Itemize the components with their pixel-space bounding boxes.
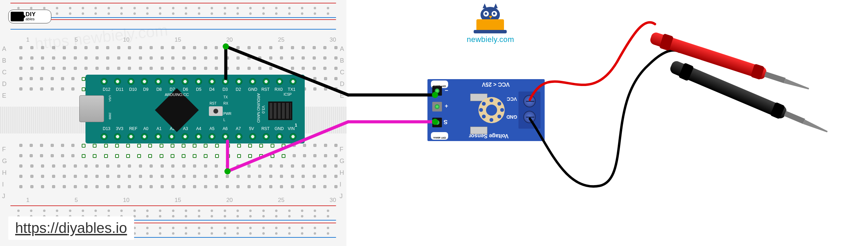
bb-row-letters-left-top: ABCDE xyxy=(2,45,7,99)
sensor-label-plus: + xyxy=(445,103,448,109)
nano-text-arduinocc: ARDUINO.CC xyxy=(165,93,189,97)
bb-col-numbers-bot: 151015202530 xyxy=(26,197,336,204)
svg-marker-13 xyxy=(803,119,828,134)
nano-text-rst: RST xyxy=(210,101,216,105)
sensor-gnd-screw xyxy=(523,111,536,123)
nano-text-one: 1 xyxy=(295,123,297,128)
nano-text-rx: RX xyxy=(223,101,228,105)
sensor-term-vcc-label: VCC xyxy=(507,96,517,102)
black-test-probe xyxy=(665,41,868,151)
newbiely-text: newbiely.com xyxy=(467,35,513,44)
sensor-screw-terminals xyxy=(518,92,541,129)
bb-row-letters-right-bot: FGHIJ xyxy=(340,146,344,200)
sensor-pin-minus xyxy=(432,86,442,96)
arduino-nano: for(let i=0;i<15;i++)document.write('<sp… xyxy=(85,75,305,143)
nano-text-tx: TX xyxy=(223,95,228,99)
sensor-pin-column xyxy=(432,86,453,134)
sensor-vcc-screw xyxy=(523,95,536,107)
power-rail-top-inner xyxy=(3,19,343,30)
bb-grid-bot: for(let r=0;r<5;r++){document.write('<di… xyxy=(19,144,337,194)
nano-labels-top: D12D11D10D9D8D7D6D5D4D3D2GNDRSTRX0TX1 xyxy=(103,87,295,92)
newbiely-logo: newbiely.com xyxy=(467,7,513,44)
nano-icsp-header xyxy=(268,101,292,120)
sensor-title-top: VCC < 25V xyxy=(482,81,509,87)
nano-pin-row-top: for(let i=0;i<15;i++)document.write('<sp… xyxy=(101,78,296,85)
nano-text-icsp: ICSP xyxy=(284,93,292,96)
sensor-pin-plus xyxy=(432,102,442,111)
nano-reset-button xyxy=(209,106,223,116)
diyables-badge: DIY ables xyxy=(8,10,51,23)
sensor-label-minus: − xyxy=(445,87,448,94)
sensor-pin-s xyxy=(432,118,442,127)
nano-text-l: L xyxy=(223,118,225,122)
nano-text-v3: V3.0 xyxy=(261,106,265,114)
owl-icon xyxy=(476,7,504,31)
nano-text-name: ARDUINO NANO xyxy=(256,93,261,123)
nano-labels-bot: D133V3REFA0A1A2A3A4A5A6A75VRSTGNDVIN xyxy=(103,126,295,131)
svg-rect-12 xyxy=(784,111,805,124)
nano-text-usa: USA xyxy=(108,95,112,102)
diyables-logo-icon xyxy=(11,12,24,21)
sensor-label-s: S xyxy=(444,118,447,125)
bb-row-letters-left-bot: FGHIJ xyxy=(2,146,7,200)
sensor-title-bot: Voltage Sensor xyxy=(469,133,508,139)
voltage-sensor-module: DIY ables DIY ables − + S VCC GND VCC < … xyxy=(427,79,545,141)
power-rail-top-outer: for(let i=0;i<25;i++)document.write('<sp… xyxy=(3,2,343,19)
nano-usb-port xyxy=(79,95,104,122)
nano-text-year: 2009 xyxy=(108,113,112,119)
badge-line2: ables xyxy=(26,17,36,21)
diyables-link[interactable]: https://diyables.io xyxy=(8,216,134,240)
bb-row-letters-right-top: ABCDE xyxy=(340,45,344,99)
nano-text-pwr: PWR xyxy=(223,112,231,116)
nano-pin-row-bot: for(let i=0;i<15;i++)document.write('<sp… xyxy=(101,133,296,140)
badge-line1: DIY xyxy=(26,12,36,17)
sensor-term-gnd-label: GND xyxy=(506,114,517,120)
bb-col-numbers-top: 151015202530 xyxy=(26,36,336,43)
black-probe-svg xyxy=(665,41,868,151)
sensor-center-hole-ring xyxy=(478,97,505,123)
